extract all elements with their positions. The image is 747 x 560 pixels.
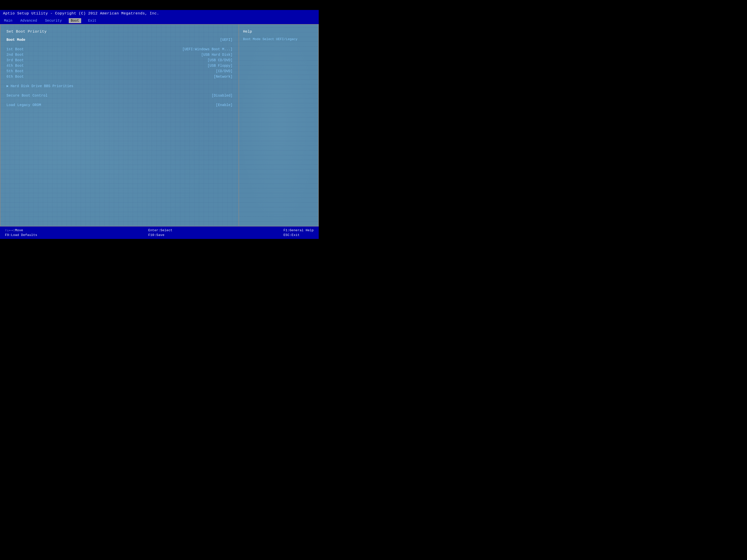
- bios-screen: Aptio Setup Utility - Copyright (C) 2012…: [0, 0, 319, 239]
- status-general-help: F1:General Help: [283, 229, 314, 232]
- boot-5th-value: [CD/DVD]: [216, 69, 233, 73]
- boot-1st-row[interactable]: 1st Boot [UEFI:Windows Boot M...]: [6, 47, 233, 51]
- status-col-2: Enter:Select F10:Save: [148, 229, 172, 237]
- load-legacy-row[interactable]: Load Legacy OROM [Enable]: [6, 103, 233, 107]
- f1-key: F1: [283, 229, 287, 232]
- main-panel: Set Boot Priority Boot Mode [UEFI] 1st B…: [0, 24, 239, 226]
- hdd-bbs-priorities-label: Hard Disk Drive BBS Priorities: [10, 84, 73, 88]
- menu-item-exit[interactable]: Exit: [87, 18, 98, 23]
- menu-item-boot[interactable]: Boot: [69, 18, 81, 23]
- boot-2nd-label: 2nd Boot: [6, 53, 24, 57]
- boot-6th-value: [Network]: [214, 75, 233, 79]
- esc-val: :Exit: [290, 233, 300, 237]
- boot-2nd-row[interactable]: 2nd Boot [USB Hard Disk]: [6, 53, 233, 57]
- move-val: :Move: [13, 229, 23, 232]
- boot-5th-row[interactable]: 5th Boot [CD/DVD]: [6, 69, 233, 73]
- f10-key: F10: [148, 233, 154, 237]
- status-save: F10:Save: [148, 233, 172, 237]
- boot-6th-label: 6th Boot: [6, 75, 24, 79]
- boot-1st-value: [UEFI:Windows Boot M...]: [182, 47, 233, 51]
- help-title: Help: [243, 30, 314, 34]
- status-exit: ESC:Exit: [283, 233, 314, 237]
- f1-val: :General Help: [288, 229, 314, 232]
- boot-mode-label: Boot Mode: [6, 38, 25, 42]
- content-area: Set Boot Priority Boot Mode [UEFI] 1st B…: [0, 24, 319, 226]
- status-enter: Enter:Select: [148, 229, 172, 232]
- boot-3rd-value: [USB CD/DVD]: [207, 58, 233, 62]
- hdd-bbs-priorities-row[interactable]: ► Hard Disk Drive BBS Priorities: [6, 84, 233, 88]
- boot-6th-row[interactable]: 6th Boot [Network]: [6, 75, 233, 79]
- status-col-3: F1:General Help ESC:Exit: [283, 229, 314, 237]
- status-move: ↑↓←→:Move: [5, 229, 37, 232]
- status-load-defaults: F9:Load Defaults: [5, 233, 37, 237]
- boot-3rd-label: 3rd Boot: [6, 58, 24, 62]
- load-legacy-label: Load Legacy OROM: [6, 103, 41, 107]
- status-col-1: ↑↓←→:Move F9:Load Defaults: [5, 229, 37, 237]
- boot-4th-row[interactable]: 4th Boot [USB Floppy]: [6, 64, 233, 68]
- enter-key: Enter: [148, 229, 158, 232]
- menu-item-main[interactable]: Main: [3, 18, 14, 23]
- enter-val: :Select: [158, 229, 173, 232]
- boot-2nd-value: [USB Hard Disk]: [201, 53, 233, 57]
- boot-4th-label: 4th Boot: [6, 64, 24, 68]
- submenu-arrow-icon: ►: [6, 84, 8, 88]
- menu-bar[interactable]: Main Advanced Security Boot Exit: [0, 17, 319, 24]
- boot-3rd-row[interactable]: 3rd Boot [USB CD/DVD]: [6, 58, 233, 62]
- menu-item-advanced[interactable]: Advanced: [20, 18, 38, 23]
- title-bar: Aptio Setup Utility - Copyright (C) 2012…: [0, 10, 319, 17]
- boot-mode-value: [UEFI]: [220, 38, 233, 42]
- section-title: Set Boot Priority: [6, 30, 233, 34]
- boot-5th-label: 5th Boot: [6, 69, 24, 73]
- move-key: ↑↓←→: [5, 229, 13, 232]
- help-panel: Help Boot Mode Select UEFI/Legacy: [239, 24, 319, 226]
- esc-key: ESC: [283, 233, 289, 237]
- f9-val: :Load Defaults: [9, 233, 37, 237]
- secure-boot-label: Secure Boot Control: [6, 94, 48, 98]
- help-text: Boot Mode Select UEFI/Legacy: [243, 37, 314, 42]
- secure-boot-value: [Disabled]: [212, 94, 233, 98]
- load-legacy-value: [Enable]: [216, 103, 233, 107]
- boot-mode-row[interactable]: Boot Mode [UEFI]: [6, 38, 233, 42]
- menu-item-security[interactable]: Security: [44, 18, 63, 23]
- boot-1st-label: 1st Boot: [6, 47, 24, 51]
- bios-title: Aptio Setup Utility - Copyright (C) 2012…: [3, 11, 159, 16]
- secure-boot-row[interactable]: Secure Boot Control [Disabled]: [6, 94, 233, 98]
- f10-val: :Save: [154, 233, 164, 237]
- boot-4th-value: [USB Floppy]: [207, 64, 233, 68]
- f9-key: F9: [5, 233, 9, 237]
- status-bar: ↑↓←→:Move F9:Load Defaults Enter:Select …: [0, 226, 319, 239]
